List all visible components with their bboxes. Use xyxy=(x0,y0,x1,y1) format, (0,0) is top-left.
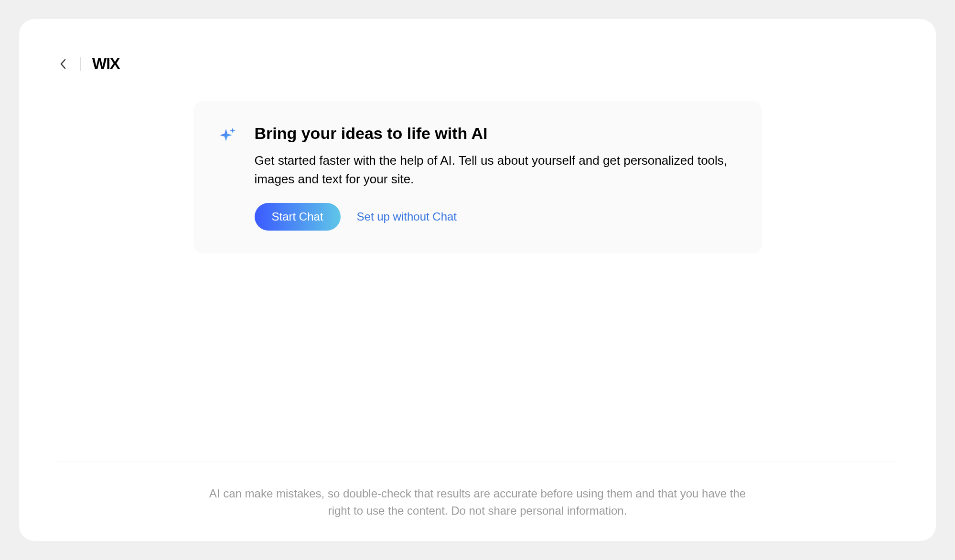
start-chat-button[interactable]: Start Chat xyxy=(255,203,341,231)
footer-section: AI can make mistakes, so double-check th… xyxy=(57,462,898,519)
ai-card-title: Bring your ideas to life with AI xyxy=(255,124,731,143)
back-button[interactable] xyxy=(57,58,69,70)
ai-onboarding-card: Bring your ideas to life with AI Get sta… xyxy=(193,101,762,254)
ai-card-description: Get started faster with the help of AI. … xyxy=(255,151,731,189)
ai-disclaimer: AI can make mistakes, so double-check th… xyxy=(205,485,750,519)
wix-logo[interactable]: WIX xyxy=(92,55,119,73)
main-card: WIX Bring your ideas to life with AI xyxy=(19,19,936,541)
setup-without-chat-link[interactable]: Set up without Chat xyxy=(357,210,457,223)
header: WIX xyxy=(57,55,898,73)
button-row: Start Chat Set up without Chat xyxy=(255,203,731,231)
chevron-left-icon xyxy=(60,59,66,69)
ai-card-content: Bring your ideas to life with AI Get sta… xyxy=(255,124,731,231)
content-area: Bring your ideas to life with AI Get sta… xyxy=(57,73,898,462)
sparkle-icon xyxy=(218,126,237,231)
divider xyxy=(80,57,81,71)
